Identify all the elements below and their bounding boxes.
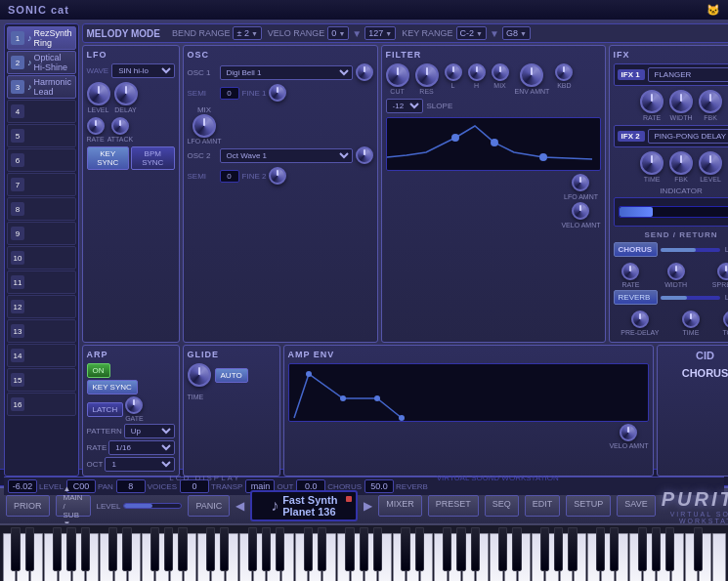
arp-latch-btn[interactable]: LATCH — [87, 402, 124, 417]
black-key-2-1[interactable] — [206, 527, 215, 571]
preset-item-6[interactable]: 6 — [7, 148, 76, 172]
preset-btn[interactable]: PRESET — [428, 495, 479, 517]
ifx2-time-knob[interactable] — [640, 151, 664, 175]
filter-kbd-knob[interactable] — [555, 63, 573, 81]
black-key-4-4[interactable] — [443, 527, 451, 571]
filter-mix-knob[interactable] — [492, 63, 509, 81]
black-key-0-5[interactable] — [66, 527, 75, 571]
black-key-4-2[interactable] — [415, 527, 424, 571]
reverb-slider[interactable] — [661, 296, 720, 300]
black-key-0-1[interactable] — [11, 527, 20, 571]
lfo-level-knob[interactable] — [87, 82, 110, 105]
prev-song-btn[interactable]: ◀ — [236, 499, 244, 513]
preset-item-1[interactable]: 1♪RezSynth Ring — [7, 26, 76, 50]
mixer-btn[interactable]: MIXER — [378, 495, 422, 517]
glide-auto-btn[interactable]: AUTO — [215, 368, 248, 383]
amp-velo-knob[interactable] — [620, 424, 637, 441]
black-key-3-2[interactable] — [318, 527, 326, 571]
black-key-6-4[interactable] — [638, 527, 647, 571]
key-range-to[interactable]: G8 ▼ — [502, 26, 531, 40]
black-key-3-6[interactable] — [373, 527, 382, 571]
black-key-3-5[interactable] — [360, 527, 368, 571]
preset-item-4[interactable]: 4 — [7, 100, 76, 123]
black-key-1-6[interactable] — [178, 527, 187, 571]
black-key-1-4[interactable] — [150, 527, 159, 571]
reverb-time-knob[interactable] — [682, 311, 700, 328]
ifx2-level-knob[interactable] — [699, 151, 722, 175]
osc2-fine-knob[interactable] — [269, 167, 286, 185]
black-key-2-2[interactable] — [220, 527, 229, 571]
preset-item-12[interactable]: 12 — [7, 295, 76, 318]
osc1-wave-select[interactable]: Digi Bell 1 — [220, 65, 353, 80]
bend-range-select[interactable]: ± 2 ▼ — [233, 26, 261, 40]
osc2-wave-select[interactable]: Oct Wave 1 — [220, 148, 353, 163]
lfo-wave-select[interactable]: SIN hi-lo — [111, 63, 174, 78]
lfo-keysync-btn[interactable]: KEY SYNC — [87, 146, 129, 170]
preset-item-14[interactable]: 14 — [7, 344, 76, 367]
black-key-3-4[interactable] — [345, 527, 354, 571]
lfo-bpmsync-btn[interactable]: BPM SYNC — [131, 146, 175, 170]
ifx1-fbk-knob[interactable] — [699, 90, 722, 113]
black-key-2-4[interactable] — [248, 527, 257, 571]
preset-item-2[interactable]: 2♪Optical Hi-Shine — [7, 51, 76, 74]
prior-btn[interactable]: PRIOR — [6, 495, 50, 517]
ifx1-rate-knob[interactable] — [640, 90, 664, 113]
main-sub-btn[interactable]: ▲ MAIN / SUB ▼ — [56, 495, 91, 517]
black-key-5-4[interactable] — [540, 527, 549, 571]
preset-item-10[interactable]: 10 — [7, 246, 76, 270]
black-key-0-2[interactable] — [25, 527, 34, 571]
reverb-tone-knob[interactable] — [723, 311, 728, 328]
black-key-2-6[interactable] — [276, 527, 284, 571]
filter-res-knob[interactable] — [415, 63, 439, 87]
glide-knob[interactable] — [188, 363, 211, 387]
velo-range-from[interactable]: 0 ▼ — [327, 26, 349, 40]
filter-lfo-amnt-knob[interactable] — [572, 174, 589, 191]
black-key-2-5[interactable] — [262, 527, 271, 571]
preset-item-11[interactable]: 11 — [7, 270, 76, 294]
chorus-spread-knob[interactable] — [717, 263, 728, 280]
preset-item-9[interactable]: 9 — [7, 222, 76, 245]
arp-gate-knob[interactable] — [125, 396, 143, 414]
chorus-slider[interactable] — [661, 248, 720, 252]
arp-on-btn[interactable]: ON — [87, 363, 110, 378]
ifx2-effect-select[interactable]: PING-PONG DELAY — [648, 129, 728, 144]
filter-env-knob[interactable] — [520, 63, 543, 87]
black-key-4-5[interactable] — [456, 527, 465, 571]
filter-l-knob[interactable] — [445, 63, 462, 81]
arp-rate-select[interactable]: 1/16 — [108, 440, 174, 455]
setup-btn[interactable]: SETUP — [566, 495, 611, 517]
black-key-4-6[interactable] — [471, 527, 480, 571]
preset-item-15[interactable]: 15 — [7, 368, 76, 392]
filter-velo-amnt-knob[interactable] — [572, 202, 589, 220]
black-key-5-2[interactable] — [512, 527, 521, 571]
mix-knob[interactable] — [193, 114, 216, 138]
black-key-3-1[interactable] — [304, 527, 313, 571]
osc1-knob[interactable] — [356, 63, 373, 81]
filter-h-knob[interactable] — [468, 63, 486, 81]
black-key-5-1[interactable] — [498, 527, 507, 571]
black-key-6-6[interactable] — [665, 527, 674, 571]
preset-item-13[interactable]: 13 — [7, 319, 76, 343]
preset-item-8[interactable]: 8 — [7, 197, 76, 221]
seq-btn[interactable]: SEQ — [485, 495, 519, 517]
black-key-5-6[interactable] — [568, 527, 577, 571]
level-slider[interactable] — [123, 503, 182, 509]
arp-pattern-select[interactable]: Up — [124, 424, 175, 438]
black-key-6-5[interactable] — [652, 527, 661, 571]
preset-item-3[interactable]: 3♪Harmonic Lead — [7, 75, 76, 99]
edit-btn[interactable]: EDIT — [525, 495, 561, 517]
lfo-rate-knob[interactable] — [87, 117, 105, 135]
ifx1-width-knob[interactable] — [669, 90, 693, 113]
black-key-1-5[interactable] — [164, 527, 173, 571]
chorus-rate-knob[interactable] — [621, 263, 639, 280]
osc2-knob[interactable] — [356, 146, 373, 164]
key-range-from[interactable]: C-2 ▼ — [456, 26, 487, 40]
black-key-0-4[interactable] — [53, 527, 62, 571]
white-key-51[interactable] — [712, 533, 725, 581]
black-key-7-1[interactable] — [694, 527, 703, 571]
black-key-1-2[interactable] — [122, 527, 131, 571]
arp-keysync-btn[interactable]: KEY SYNC — [87, 380, 138, 394]
arp-oct-select[interactable]: 1 — [105, 457, 174, 472]
preset-item-5[interactable]: 5 — [7, 124, 76, 147]
ifx2-fbk-knob[interactable] — [669, 151, 693, 175]
